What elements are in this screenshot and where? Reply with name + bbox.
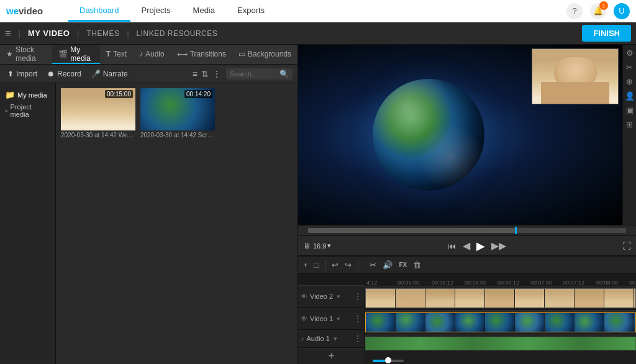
select-tool[interactable]: □ xyxy=(313,259,320,271)
nav-right: ? 🔔 1 U xyxy=(566,3,636,19)
track-audio1 xyxy=(365,334,636,352)
layout-icon[interactable]: ⊞ xyxy=(626,120,633,129)
add-track-button-bottom[interactable]: + xyxy=(298,348,365,364)
import-button[interactable]: ⬆ Import xyxy=(5,68,40,80)
track-video1-more[interactable]: ⋮ xyxy=(353,314,362,324)
finish-button[interactable]: FINISH xyxy=(582,25,631,42)
filter-list-icon[interactable]: ≡ xyxy=(193,69,198,79)
delete-icon[interactable]: 🗑 xyxy=(412,259,422,271)
thumb-label-0: 2020-03-30 at 14:42 Webcam... xyxy=(61,132,135,139)
volume-slider[interactable] xyxy=(373,360,404,362)
notification-icon[interactable]: 🔔 1 xyxy=(590,3,606,19)
scrubber-handle[interactable] xyxy=(515,227,517,234)
volume-icon[interactable]: 🔊 xyxy=(381,259,394,271)
skip-back-icon[interactable]: ⏮ xyxy=(448,241,457,251)
forward-icon[interactable]: ▶▶ xyxy=(491,240,506,252)
track-video2 xyxy=(365,286,636,310)
playback-bar: 🖥 16:9 ▾ ⏮ ◀ ▶ ▶▶ ⛶ xyxy=(298,235,636,255)
project-name[interactable]: MY VIDEO xyxy=(28,29,70,38)
track-label-video1: 👁 Video 1 ▾ ⋮ xyxy=(298,308,365,330)
project-bar: ≡ | MY VIDEO | THEMES | LINKED RESOURCES… xyxy=(0,22,636,45)
folder-project-media[interactable]: ▪ Project media xyxy=(4,101,52,120)
track-audio1-more[interactable]: ⋮ xyxy=(353,334,362,344)
track-video2-more[interactable]: ⋮ xyxy=(353,291,362,301)
hamburger-menu[interactable]: ≡ xyxy=(5,28,11,39)
ruler-spacer xyxy=(298,274,365,286)
nav-tab-dashboard[interactable]: Dashboard xyxy=(68,0,130,22)
pip-window[interactable] xyxy=(532,48,619,104)
media-sidebar: 📁 My media ▪ Project media xyxy=(0,83,56,364)
right-controls-strip: ⚙ ✂ ⊕ 👤 ▣ ⊞ xyxy=(622,45,636,225)
redo-button[interactable]: ↪ xyxy=(343,259,353,271)
audio1-clip[interactable] xyxy=(365,337,636,350)
rewind-icon[interactable]: ◀ xyxy=(463,240,470,252)
audio-waveform xyxy=(366,337,635,350)
nav-tabs: Dashboard Projects Media Exports xyxy=(68,0,276,22)
volume-row xyxy=(365,352,636,364)
thumb-duration-0: 00:15:00 xyxy=(105,90,133,98)
media-item-1[interactable]: 00:14:20 2020-03-30 at 14:42 Screen... xyxy=(140,88,215,139)
undo-button[interactable]: ↩ xyxy=(330,259,340,271)
thumb-duration-1: 00:14:20 xyxy=(184,90,212,98)
crop-icon[interactable]: ✂ xyxy=(626,63,633,72)
tab-audio[interactable]: ♪ Audio xyxy=(133,45,171,64)
track-video1-arrow[interactable]: ▾ xyxy=(337,315,340,323)
tab-stock-media[interactable]: ★ Stock media xyxy=(0,45,52,64)
main-layout: ★ Stock media 🎬 My media T Text ♪ Audio … xyxy=(0,45,636,364)
filter-sort-icon[interactable]: ⇅ xyxy=(201,69,209,79)
folder-my-media[interactable]: 📁 My media xyxy=(4,88,52,101)
logo-text: wevideo xyxy=(6,6,43,16)
narrate-button[interactable]: 🎤 Narrate xyxy=(89,68,130,80)
person-icon[interactable]: 👤 xyxy=(625,91,635,101)
scrubber-bar[interactable] xyxy=(308,228,626,233)
nav-tab-projects[interactable]: Projects xyxy=(130,0,182,22)
timeline-toolbar: + □ ↩ ↪ ✂ 🔊 FX 🗑 xyxy=(298,257,636,274)
play-button[interactable]: ▶ xyxy=(476,239,485,253)
logo[interactable]: wevideo xyxy=(0,6,68,16)
fullscreen-icon[interactable]: ⛶ xyxy=(622,241,631,251)
add-track-button[interactable]: + xyxy=(302,259,309,271)
nav-tab-exports[interactable]: Exports xyxy=(226,0,276,22)
fx-button[interactable]: FX xyxy=(398,260,408,270)
top-nav: wevideo Dashboard Projects Media Exports… xyxy=(0,0,636,22)
scrubber-fill xyxy=(308,228,515,233)
layers-icon[interactable]: ▣ xyxy=(626,106,634,115)
user-avatar[interactable]: U xyxy=(614,3,630,19)
record-button[interactable]: ⏺ Record xyxy=(45,68,84,80)
left-panel: ★ Stock media 🎬 My media T Text ♪ Audio … xyxy=(0,45,298,364)
tab-transitions[interactable]: ⟷ Transitions xyxy=(171,45,232,64)
media-item-0[interactable]: 00:15:00 2020-03-30 at 14:42 Webcam... xyxy=(61,88,135,139)
tab-text[interactable]: T Text xyxy=(100,45,133,64)
track-label-audio1: ♪ Audio 1 ▾ ⋮ xyxy=(298,330,365,347)
media-grid: 00:15:00 2020-03-30 at 14:42 Webcam... 0… xyxy=(56,83,298,364)
zoom-icon[interactable]: ⊕ xyxy=(626,77,633,86)
volume-handle[interactable] xyxy=(385,357,391,363)
nav-tab-media[interactable]: Media xyxy=(182,0,226,22)
track-video2-eye[interactable]: 👁 xyxy=(301,293,307,300)
linked-resources-section[interactable]: LINKED RESOURCES xyxy=(137,29,218,38)
thumb-label-1: 2020-03-30 at 14:42 Screen... xyxy=(140,132,215,139)
edit-icons: ✂ 🔊 FX 🗑 xyxy=(368,259,422,271)
record-icon: ⏺ xyxy=(47,70,55,78)
track-video1-eye[interactable]: 👁 xyxy=(301,315,307,322)
media-tabs: ★ Stock media 🎬 My media T Text ♪ Audio … xyxy=(0,45,298,65)
settings-icon[interactable]: ⚙ xyxy=(626,48,634,58)
filter-grid-icon[interactable]: ⋮ xyxy=(212,69,221,79)
ratio-selector[interactable]: 16:9 ▾ xyxy=(313,242,331,250)
track-audio1-arrow[interactable]: ▾ xyxy=(334,335,337,343)
tab-backgrounds[interactable]: ▭ Backgrounds xyxy=(232,45,298,64)
track-audio1-note[interactable]: ♪ xyxy=(301,335,304,342)
search-input[interactable] xyxy=(230,70,279,78)
monitor-icon: 🖥 xyxy=(303,242,311,250)
video2-clip[interactable] xyxy=(365,288,636,308)
search-box[interactable]: 🔍 xyxy=(226,68,293,80)
search-icon: 🔍 xyxy=(279,70,289,78)
earth-visual xyxy=(373,79,484,191)
themes-section[interactable]: THEMES xyxy=(86,29,119,38)
preview-video xyxy=(298,45,622,225)
video1-clip[interactable] xyxy=(365,312,636,332)
help-icon[interactable]: ? xyxy=(566,3,583,19)
tab-my-media[interactable]: 🎬 My media xyxy=(52,45,99,64)
cut-icon[interactable]: ✂ xyxy=(368,259,378,271)
track-video2-arrow[interactable]: ▾ xyxy=(337,293,340,301)
